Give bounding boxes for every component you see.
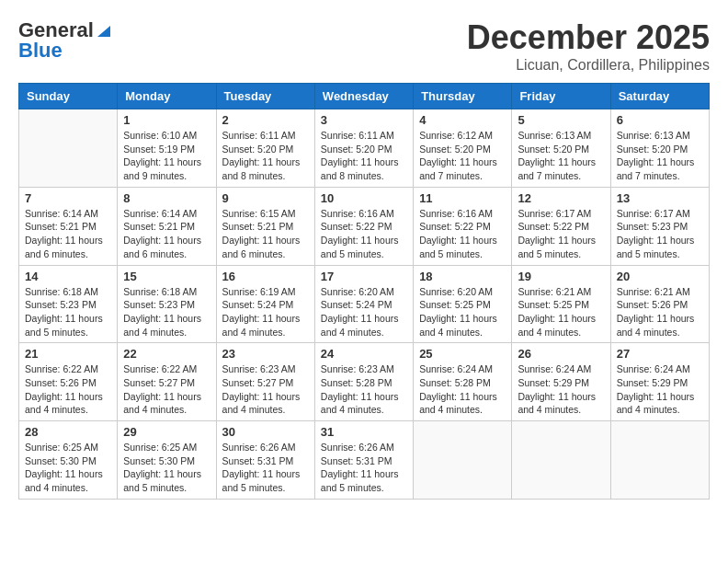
table-row: 3Sunrise: 6:11 AMSunset: 5:20 PMDaylight… bbox=[314, 109, 413, 188]
day-number: 10 bbox=[321, 191, 407, 205]
day-number: 12 bbox=[518, 191, 604, 205]
calendar-week-row: 28Sunrise: 6:25 AMSunset: 5:30 PMDayligh… bbox=[19, 421, 710, 500]
table-row: 5Sunrise: 6:13 AMSunset: 5:20 PMDaylight… bbox=[512, 109, 610, 188]
table-row: 23Sunrise: 6:23 AMSunset: 5:27 PMDayligh… bbox=[216, 343, 314, 421]
table-row: 11Sunrise: 6:16 AMSunset: 5:22 PMDayligh… bbox=[414, 187, 512, 265]
table-row bbox=[19, 109, 118, 188]
calendar-week-row: 7Sunrise: 6:14 AMSunset: 5:21 PMDaylight… bbox=[19, 187, 710, 265]
table-row: 31Sunrise: 6:26 AMSunset: 5:31 PMDayligh… bbox=[314, 421, 413, 500]
day-number: 27 bbox=[617, 347, 703, 361]
logo-blue: Blue bbox=[18, 39, 63, 63]
table-row: 29Sunrise: 6:25 AMSunset: 5:30 PMDayligh… bbox=[118, 421, 216, 500]
calendar-header-row: Sunday Monday Tuesday Wednesday Thursday… bbox=[19, 84, 710, 109]
day-info: Sunrise: 6:23 AMSunset: 5:27 PMDaylight:… bbox=[222, 362, 309, 417]
table-row: 17Sunrise: 6:20 AMSunset: 5:24 PMDayligh… bbox=[314, 265, 413, 343]
col-tuesday: Tuesday bbox=[216, 84, 314, 109]
day-number: 29 bbox=[123, 425, 210, 439]
day-info: Sunrise: 6:24 AMSunset: 5:28 PMDaylight:… bbox=[419, 362, 506, 417]
day-number: 26 bbox=[518, 347, 604, 361]
day-info: Sunrise: 6:13 AMSunset: 5:20 PMDaylight:… bbox=[617, 129, 703, 183]
col-monday: Monday bbox=[118, 84, 216, 109]
day-info: Sunrise: 6:16 AMSunset: 5:22 PMDaylight:… bbox=[321, 207, 407, 261]
calendar-week-row: 21Sunrise: 6:22 AMSunset: 5:26 PMDayligh… bbox=[19, 343, 710, 421]
day-info: Sunrise: 6:14 AMSunset: 5:21 PMDaylight:… bbox=[25, 207, 111, 261]
table-row: 4Sunrise: 6:12 AMSunset: 5:20 PMDaylight… bbox=[414, 109, 512, 188]
day-number: 8 bbox=[123, 191, 210, 205]
day-info: Sunrise: 6:26 AMSunset: 5:31 PMDaylight:… bbox=[321, 441, 407, 495]
table-row: 9Sunrise: 6:15 AMSunset: 5:21 PMDaylight… bbox=[216, 187, 314, 265]
table-row: 26Sunrise: 6:24 AMSunset: 5:29 PMDayligh… bbox=[512, 343, 610, 421]
table-row bbox=[414, 421, 512, 500]
day-number: 5 bbox=[518, 113, 604, 127]
day-number: 1 bbox=[123, 113, 210, 127]
day-info: Sunrise: 6:18 AMSunset: 5:23 PMDaylight:… bbox=[25, 285, 111, 339]
table-row: 8Sunrise: 6:14 AMSunset: 5:21 PMDaylight… bbox=[118, 187, 216, 265]
day-info: Sunrise: 6:25 AMSunset: 5:30 PMDaylight:… bbox=[123, 441, 210, 495]
day-info: Sunrise: 6:20 AMSunset: 5:24 PMDaylight:… bbox=[321, 285, 407, 339]
table-row: 12Sunrise: 6:17 AMSunset: 5:22 PMDayligh… bbox=[512, 187, 610, 265]
day-number: 7 bbox=[25, 191, 111, 205]
col-wednesday: Wednesday bbox=[314, 84, 413, 109]
day-info: Sunrise: 6:24 AMSunset: 5:29 PMDaylight:… bbox=[518, 362, 604, 417]
table-row: 15Sunrise: 6:18 AMSunset: 5:23 PMDayligh… bbox=[118, 265, 216, 343]
table-row: 19Sunrise: 6:21 AMSunset: 5:25 PMDayligh… bbox=[512, 265, 610, 343]
day-number: 17 bbox=[321, 270, 407, 283]
day-info: Sunrise: 6:12 AMSunset: 5:20 PMDaylight:… bbox=[419, 129, 506, 183]
day-info: Sunrise: 6:25 AMSunset: 5:30 PMDaylight:… bbox=[25, 441, 111, 495]
table-row bbox=[512, 421, 610, 500]
location-title: Licuan, Cordillera, Philippines bbox=[467, 57, 710, 74]
table-row: 6Sunrise: 6:13 AMSunset: 5:20 PMDaylight… bbox=[610, 109, 709, 188]
day-number: 2 bbox=[222, 113, 309, 127]
page-header: General Blue December 2025 Licuan, Cordi… bbox=[18, 18, 710, 74]
day-number: 30 bbox=[222, 425, 309, 439]
calendar-table: Sunday Monday Tuesday Wednesday Thursday… bbox=[18, 83, 710, 500]
title-block: December 2025 Licuan, Cordillera, Philip… bbox=[467, 18, 710, 74]
day-number: 9 bbox=[222, 191, 309, 205]
day-info: Sunrise: 6:24 AMSunset: 5:29 PMDaylight:… bbox=[617, 362, 703, 417]
day-info: Sunrise: 6:17 AMSunset: 5:23 PMDaylight:… bbox=[617, 207, 703, 261]
logo-triangle-icon bbox=[96, 22, 112, 39]
day-info: Sunrise: 6:11 AMSunset: 5:20 PMDaylight:… bbox=[222, 129, 309, 183]
table-row: 28Sunrise: 6:25 AMSunset: 5:30 PMDayligh… bbox=[19, 421, 118, 500]
calendar-week-row: 1Sunrise: 6:10 AMSunset: 5:19 PMDaylight… bbox=[19, 109, 710, 188]
table-row: 22Sunrise: 6:22 AMSunset: 5:27 PMDayligh… bbox=[118, 343, 216, 421]
day-info: Sunrise: 6:16 AMSunset: 5:22 PMDaylight:… bbox=[419, 207, 506, 261]
day-number: 6 bbox=[617, 113, 703, 127]
day-info: Sunrise: 6:19 AMSunset: 5:24 PMDaylight:… bbox=[222, 285, 309, 339]
table-row: 14Sunrise: 6:18 AMSunset: 5:23 PMDayligh… bbox=[19, 265, 118, 343]
day-number: 3 bbox=[321, 113, 407, 127]
day-number: 25 bbox=[419, 347, 506, 361]
day-info: Sunrise: 6:14 AMSunset: 5:21 PMDaylight:… bbox=[123, 207, 210, 261]
day-info: Sunrise: 6:26 AMSunset: 5:31 PMDaylight:… bbox=[222, 441, 309, 495]
table-row: 24Sunrise: 6:23 AMSunset: 5:28 PMDayligh… bbox=[314, 343, 413, 421]
day-info: Sunrise: 6:21 AMSunset: 5:26 PMDaylight:… bbox=[617, 285, 703, 339]
col-thursday: Thursday bbox=[414, 84, 512, 109]
day-number: 21 bbox=[25, 347, 111, 361]
day-number: 20 bbox=[617, 270, 703, 283]
day-number: 13 bbox=[617, 191, 703, 205]
day-info: Sunrise: 6:20 AMSunset: 5:25 PMDaylight:… bbox=[419, 285, 506, 339]
table-row: 13Sunrise: 6:17 AMSunset: 5:23 PMDayligh… bbox=[610, 187, 709, 265]
day-info: Sunrise: 6:23 AMSunset: 5:28 PMDaylight:… bbox=[321, 362, 407, 417]
day-info: Sunrise: 6:17 AMSunset: 5:22 PMDaylight:… bbox=[518, 207, 604, 261]
col-sunday: Sunday bbox=[19, 84, 118, 109]
day-number: 16 bbox=[222, 270, 309, 283]
col-saturday: Saturday bbox=[610, 84, 709, 109]
day-number: 23 bbox=[222, 347, 309, 361]
col-friday: Friday bbox=[512, 84, 610, 109]
day-number: 19 bbox=[518, 270, 604, 283]
day-info: Sunrise: 6:21 AMSunset: 5:25 PMDaylight:… bbox=[518, 285, 604, 339]
table-row: 16Sunrise: 6:19 AMSunset: 5:24 PMDayligh… bbox=[216, 265, 314, 343]
day-info: Sunrise: 6:15 AMSunset: 5:21 PMDaylight:… bbox=[222, 207, 309, 261]
table-row: 30Sunrise: 6:26 AMSunset: 5:31 PMDayligh… bbox=[216, 421, 314, 500]
table-row: 2Sunrise: 6:11 AMSunset: 5:20 PMDaylight… bbox=[216, 109, 314, 188]
day-info: Sunrise: 6:13 AMSunset: 5:20 PMDaylight:… bbox=[518, 129, 604, 183]
day-number: 28 bbox=[25, 425, 111, 439]
day-number: 18 bbox=[419, 270, 506, 283]
day-info: Sunrise: 6:11 AMSunset: 5:20 PMDaylight:… bbox=[321, 129, 407, 183]
calendar-week-row: 14Sunrise: 6:18 AMSunset: 5:23 PMDayligh… bbox=[19, 265, 710, 343]
day-number: 24 bbox=[321, 347, 407, 361]
day-info: Sunrise: 6:18 AMSunset: 5:23 PMDaylight:… bbox=[123, 285, 210, 339]
table-row: 21Sunrise: 6:22 AMSunset: 5:26 PMDayligh… bbox=[19, 343, 118, 421]
day-info: Sunrise: 6:22 AMSunset: 5:26 PMDaylight:… bbox=[25, 362, 111, 417]
